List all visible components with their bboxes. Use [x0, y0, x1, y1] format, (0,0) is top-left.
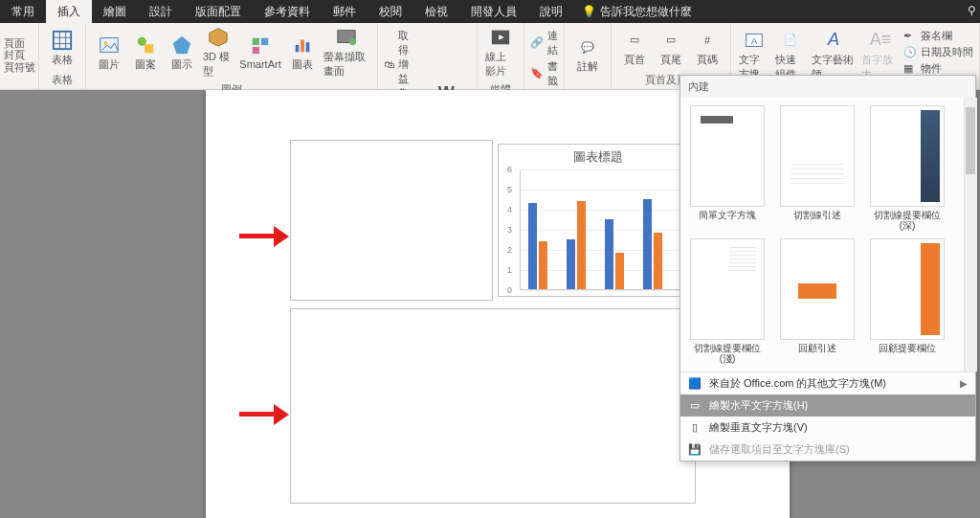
- chevron-right-icon: ▶: [960, 378, 968, 389]
- menu-more-from-office[interactable]: 🟦 來自於 Office.com 的其他文字方塊(M) ▶: [680, 372, 975, 394]
- comment-button[interactable]: 💬註解: [570, 25, 605, 85]
- wordart-icon: A: [823, 30, 844, 51]
- 3d-models-button[interactable]: 3D 模型: [201, 25, 235, 80]
- text-frame-1[interactable]: [290, 140, 493, 301]
- user-icon[interactable]: ⚲: [968, 4, 976, 17]
- tab-draw[interactable]: 繪圖: [92, 0, 138, 23]
- shapes-icon: [135, 34, 156, 56]
- chart-icon: [292, 34, 313, 56]
- store-icon: 🛍: [384, 58, 394, 72]
- svg-rect-8: [145, 44, 153, 53]
- footer-icon: ▭: [660, 30, 681, 51]
- link-icon: 🔗: [530, 36, 544, 50]
- cube-icon: [208, 27, 229, 48]
- save-gallery-icon: 💾: [688, 443, 702, 457]
- cover-page-button[interactable]: 頁面 封頁 頁符號: [6, 25, 33, 85]
- tab-help[interactable]: 說明: [528, 0, 574, 23]
- gallery-item-austin-quote[interactable]: 切割線引述: [774, 103, 860, 233]
- group-illustration: 圖片 圖案 圖示 3D 模型 SmartArt 圖表 螢幕擷取畫面 圖例: [86, 23, 378, 89]
- svg-rect-12: [261, 38, 268, 45]
- svg-text:A: A: [751, 35, 758, 45]
- tab-mailings[interactable]: 郵件: [322, 0, 368, 23]
- smartart-icon: [250, 35, 271, 56]
- dropdown-menu: 🟦 來自於 Office.com 的其他文字方塊(M) ▶ ▭ 繪製水平文字方塊…: [680, 372, 975, 461]
- group-media: 線上影片 媒體: [478, 23, 524, 89]
- dropdown-scrollbar[interactable]: [964, 98, 977, 372]
- picture-icon: [99, 34, 120, 56]
- signature-icon: ✒: [903, 30, 917, 43]
- date-time-button[interactable]: 🕓日期及時間: [903, 45, 973, 59]
- table-icon: [52, 30, 73, 51]
- group-links: 🔗連結 🔖書籤 ↔交互參照 連結: [524, 23, 565, 89]
- tab-home[interactable]: 常用: [0, 0, 46, 23]
- svg-point-18: [349, 38, 356, 45]
- shapes-button[interactable]: 圖案: [128, 25, 163, 80]
- menu-draw-vertical-textbox[interactable]: ▯ 繪製垂直文字方塊(V): [680, 417, 975, 439]
- chart-plot-area: 0123456: [520, 169, 694, 290]
- pagenum-icon: #: [697, 30, 718, 51]
- comment-icon: 💬: [577, 36, 598, 57]
- tab-view[interactable]: 檢視: [413, 0, 459, 23]
- svg-marker-9: [173, 35, 190, 53]
- screenshot-button[interactable]: 螢幕擷取畫面: [322, 25, 371, 80]
- tab-insert[interactable]: 插入: [46, 0, 92, 23]
- menu-save-to-gallery: 💾 儲存選取項目至文字方塊庫(S): [680, 439, 975, 461]
- header-icon: ▭: [624, 30, 645, 51]
- textbox-dropdown: 內建 簡單文字方塊 切割線引述 切割線提要欄位 (深) 切割線提要欄位 (淺) …: [679, 75, 976, 462]
- svg-rect-16: [306, 42, 310, 52]
- gallery-item-austin-sidebar-dark[interactable]: 切割線提要欄位 (深): [864, 103, 950, 233]
- chart-title: 圖表標題: [502, 148, 694, 166]
- textbox-icon: A: [744, 30, 765, 51]
- menu-draw-horizontal-textbox[interactable]: ▭ 繪製水平文字方塊(H): [680, 394, 975, 417]
- svg-rect-13: [253, 47, 259, 54]
- tab-design[interactable]: 設計: [138, 0, 184, 23]
- tab-layout[interactable]: 版面配置: [184, 0, 253, 23]
- gallery-item-retrospect-sidebar[interactable]: 回顧提要欄位: [864, 236, 950, 366]
- tell-me-search[interactable]: 💡 告訴我您想做什麼: [582, 0, 692, 23]
- page-number-button[interactable]: #頁碼: [690, 25, 724, 71]
- chart-button[interactable]: 圖表: [285, 25, 320, 80]
- tab-review[interactable]: 校閱: [368, 0, 413, 23]
- dropdown-section-builtin: 內建: [680, 76, 975, 98]
- svg-rect-15: [301, 39, 304, 52]
- office-icon: 🟦: [688, 377, 702, 391]
- object-icon: ▦: [903, 62, 917, 76]
- gallery-item-austin-sidebar-light[interactable]: 切割線提要欄位 (淺): [684, 236, 770, 366]
- tab-references[interactable]: 參考資料: [253, 0, 322, 23]
- group-addins: 🛍取得增益集 🧩我的增益集 WWikipedia 增益集: [378, 23, 478, 89]
- object-button[interactable]: ▦物件: [903, 61, 973, 76]
- tell-me-placeholder: 告訴我您想做什麼: [600, 4, 692, 20]
- icons-button[interactable]: 圖示: [165, 25, 199, 80]
- group-pages: 頁面 封頁 頁符號: [0, 23, 39, 89]
- pictures-button[interactable]: 圖片: [92, 25, 126, 80]
- text-frame-2[interactable]: [290, 308, 696, 504]
- svg-point-6: [104, 41, 108, 45]
- group-table: 表格 表格: [39, 23, 86, 89]
- tab-developer[interactable]: 開發人員: [459, 0, 528, 23]
- signature-line-button[interactable]: ✒簽名欄: [903, 29, 973, 43]
- link-button[interactable]: 🔗連結: [530, 29, 558, 57]
- ribbon-tab-bar: 常用 插入 繪圖 設計 版面配置 參考資料 郵件 校閱 檢視 開發人員 說明 💡…: [0, 0, 980, 23]
- smartart-button[interactable]: SmartArt: [237, 25, 283, 80]
- gallery-item-retrospect-quote[interactable]: 回顧引述: [774, 236, 860, 366]
- chart-object[interactable]: 圖表標題 0123456: [498, 144, 699, 297]
- screenshot-icon: [336, 27, 357, 48]
- quickparts-icon: 📄: [780, 30, 801, 51]
- header-button[interactable]: ▭頁首: [617, 25, 652, 71]
- group-label-table: 表格: [45, 71, 79, 89]
- gallery-item-simple-textbox[interactable]: 簡單文字方塊: [684, 103, 770, 233]
- bookmark-button[interactable]: 🔖書籤: [530, 59, 558, 88]
- bookmark-icon: 🔖: [530, 67, 544, 80]
- footer-button[interactable]: ▭頁尾: [654, 25, 688, 71]
- lightbulb-icon: 💡: [582, 5, 596, 18]
- video-icon: [490, 27, 511, 48]
- svg-rect-0: [54, 31, 71, 48]
- icons-icon: [171, 34, 192, 56]
- svg-marker-10: [210, 29, 227, 46]
- dropdown-gallery: 簡單文字方塊 切割線引述 切割線提要欄位 (深) 切割線提要欄位 (淺) 回顧引…: [680, 98, 975, 372]
- table-button[interactable]: 表格: [45, 25, 79, 71]
- horizontal-textbox-icon: ▭: [688, 399, 702, 413]
- dropcap-icon: A≡: [870, 30, 891, 51]
- online-video-button[interactable]: 線上影片: [483, 25, 518, 80]
- svg-rect-11: [253, 38, 259, 45]
